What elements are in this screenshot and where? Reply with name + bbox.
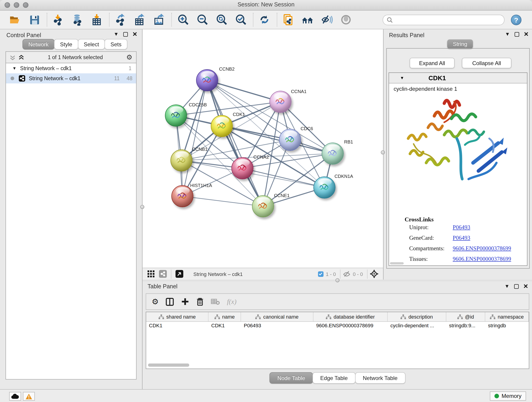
eye-icon[interactable] [338,12,354,27]
network-node-CCNE1[interactable] [252,195,274,217]
panel-close-icon[interactable]: ✕ [524,31,529,37]
zoom-in-icon[interactable] [175,12,191,27]
zoom-fit-icon[interactable] [214,12,229,27]
warning-status-button[interactable] [23,392,35,401]
network-node-RB1[interactable] [322,143,344,165]
table-settings-gear-icon[interactable]: ⚙ [152,297,159,306]
table-cell[interactable]: 9606.ENSP00000378699 [313,321,388,330]
collapse-all-icon[interactable] [10,54,16,60]
left-splitter-handle[interactable] [140,205,144,209]
network-node-CDKN1A[interactable] [313,177,336,198]
network-node-CCNB2[interactable] [196,69,218,91]
network-collection-row[interactable]: ▼ String Network – cdk1 1 [6,63,136,73]
delete-table-icon[interactable] [211,298,220,305]
refresh-icon[interactable] [257,12,272,27]
zoom-selected-icon[interactable] [233,12,248,27]
hide-panel-eye-icon[interactable] [319,12,335,27]
panel-menu-caret-icon[interactable]: ▼ [114,32,119,37]
panel-menu-caret-icon[interactable]: ▼ [505,32,510,37]
expand-all-icon[interactable] [18,54,24,60]
import-table-icon[interactable] [89,12,104,27]
export-image-icon[interactable] [151,12,167,27]
tab-node-table[interactable]: Node Table [270,372,313,384]
function-builder-icon[interactable]: f(x) [227,298,237,306]
tab-network-table[interactable]: Network Table [355,372,405,384]
tree-expand-caret-icon[interactable]: ▼ [12,66,17,70]
clone-network-icon[interactable] [280,12,296,27]
tab-network[interactable]: Network [22,39,55,50]
zoom-out-icon[interactable] [194,12,210,27]
hidden-eye-icon[interactable] [343,271,351,277]
tab-edge-table[interactable]: Edge Table [312,372,355,384]
right-splitter-handle[interactable] [381,150,385,154]
export-table-icon[interactable] [132,12,147,27]
export-network-icon[interactable] [113,12,128,27]
selected-checkbox-icon[interactable] [318,271,323,277]
network-canvas[interactable]: CCNB2CCNA1CDC25BCDK1CDC6RB1CCNB1CCNA2CDK… [143,29,383,268]
gene-header-row[interactable]: ▼ CDK1 [389,73,527,83]
crosslink-value-link[interactable]: 9606.ENSP00000378699 [453,245,511,252]
column-header-namespace[interactable]: namespace [485,312,529,321]
search-input[interactable] [395,17,500,23]
bottom-splitter-handle[interactable] [336,278,340,282]
panel-float-icon[interactable] [514,284,519,288]
network-node-HIST1H1A[interactable] [171,185,193,207]
table-cell[interactable]: CDK1 [209,321,241,330]
show-columns-icon[interactable] [166,297,174,306]
gear-icon[interactable]: ⚙ [126,53,133,61]
table-cell[interactable]: P06493 [241,321,313,330]
network-edge[interactable] [182,196,263,206]
delete-column-trash-icon[interactable] [196,297,204,306]
home-icon[interactable] [300,12,315,27]
string-view-icon[interactable] [159,270,167,278]
column-header-name[interactable]: name [209,312,241,321]
network-edge[interactable] [242,168,324,187]
table-cell[interactable]: CDK1 [146,321,209,330]
tab-string[interactable]: String [447,39,473,49]
crosslink-value-link[interactable]: P06493 [453,235,470,242]
crosslink-value-link[interactable]: P06493 [453,224,470,231]
table-cell[interactable]: stringdb:9... [446,321,485,330]
cloud-status-button[interactable] [9,392,21,401]
panel-close-icon[interactable]: ✕ [133,31,138,37]
panel-menu-caret-icon[interactable]: ▼ [505,284,510,289]
search-box[interactable] [383,14,505,25]
help-icon[interactable]: ? [511,14,521,25]
column-header-canonical-name[interactable]: canonical name [241,312,313,321]
import-network-icon[interactable] [51,12,66,27]
birds-eye-view-icon[interactable] [147,270,155,278]
network-node-CCNA1[interactable] [269,91,291,113]
results-hscrollbar[interactable] [390,262,404,264]
table-cell[interactable]: cyclin-dependent ... [388,321,446,330]
column-header-shared-name[interactable]: shared name [146,312,209,321]
add-column-icon[interactable] [181,298,190,306]
table-cell[interactable]: stringdb [485,321,529,330]
table-data-row[interactable]: CDK1CDK1P064939606.ENSP00000378699cyclin… [146,321,529,330]
network-node-CCNB1[interactable] [171,149,192,172]
table-hscrollbar[interactable] [148,364,189,367]
network-edge[interactable] [207,80,280,102]
import-database-icon[interactable] [70,12,85,27]
memory-button[interactable]: Memory [490,391,526,401]
save-session-icon[interactable] [27,12,42,27]
panel-close-icon[interactable]: ✕ [523,283,528,289]
tab-select[interactable]: Select [78,39,105,50]
open-in-browser-icon[interactable] [176,270,183,278]
column-header-description[interactable]: description [388,312,446,321]
gene-collapse-caret-icon[interactable]: ▼ [400,76,404,80]
collapse-all-button[interactable]: Collapse All [462,58,511,68]
column-header-database-identifier[interactable]: database identifier [313,312,388,321]
network-node-CCNA2[interactable] [231,157,253,179]
tab-style[interactable]: Style [54,39,78,50]
expand-all-button[interactable]: Expand All [410,58,455,68]
fit-selected-crosshair-icon[interactable] [370,269,379,278]
network-edge[interactable] [182,80,207,196]
network-row-selected[interactable]: String Network – cdk1 11 48 [6,73,136,83]
network-edge[interactable] [207,80,263,206]
network-node-CDC6[interactable] [279,129,301,151]
panel-float-icon[interactable] [515,32,519,36]
network-node-CDK1[interactable] [211,115,233,137]
tab-sets[interactable]: Sets [104,39,127,50]
network-node-CDC25B[interactable] [165,104,187,127]
column-header--id[interactable]: @id [446,312,485,321]
